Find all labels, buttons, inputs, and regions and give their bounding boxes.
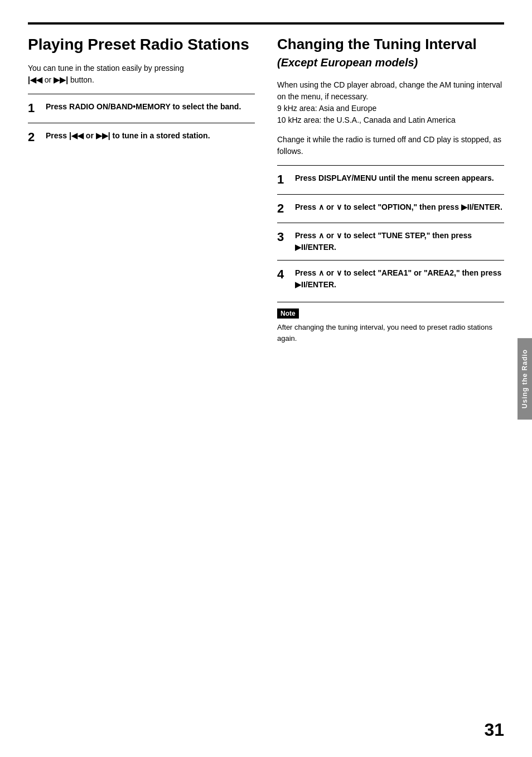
right-step-2-text: Press ∧ or ∨ to select "OPTION," then pr… xyxy=(295,201,502,216)
right-title-sub: (Except European models) xyxy=(277,56,418,69)
left-step-2-text: Press |◀◀ or ▶▶| to tune in a stored sta… xyxy=(46,130,210,144)
right-step-1-number: 1 xyxy=(277,172,288,187)
left-section-title: Playing Preset Radio Stations xyxy=(28,36,255,54)
note-text: After changing the tuning interval, you … xyxy=(277,322,504,344)
side-tab: Using the Radio xyxy=(518,337,532,419)
right-step-3-text: Press ∧ or ∨ to select "TUNE STEP," then… xyxy=(295,230,504,253)
right-title-main: Changing the Tuning Interval xyxy=(277,36,477,52)
right-intro-text: When using the CD player abroad, change … xyxy=(277,79,504,126)
note-section: Note After changing the tuning interval,… xyxy=(277,302,504,344)
right-step-2: 2 Press ∧ or ∨ to select "OPTION," then … xyxy=(277,194,504,223)
page-container: Playing Preset Radio Stations You can tu… xyxy=(0,0,532,757)
right-step-1: 1 Press DISPLAY/MENU until the menu scre… xyxy=(277,165,504,194)
right-step-4: 4 Press ∧ or ∨ to select "AREA1" or "ARE… xyxy=(277,260,504,297)
side-tab-label: Using the Radio xyxy=(521,349,529,408)
left-step-2: 2 Press |◀◀ or ▶▶| to tune in a stored s… xyxy=(28,123,255,151)
right-step-3-number: 3 xyxy=(277,230,288,253)
page-number-container: 31 xyxy=(484,720,504,740)
left-step-2-number: 2 xyxy=(28,130,39,144)
left-step-1-text: Press RADIO ON/BAND•MEMORY to select the… xyxy=(46,101,241,115)
right-change-note: Change it while the radio is turned off … xyxy=(277,134,504,157)
right-column: Changing the Tuning Interval (Except Eur… xyxy=(277,25,504,344)
left-step-1: 1 Press RADIO ON/BAND•MEMORY to select t… xyxy=(28,94,255,122)
right-step-2-number: 2 xyxy=(277,201,288,216)
right-step-4-text: Press ∧ or ∨ to select "AREA1" or "AREA2… xyxy=(295,267,504,291)
page-number: 31 xyxy=(484,720,504,740)
left-intro-text: You can tune in the station easily by pr… xyxy=(28,62,255,86)
note-label: Note xyxy=(277,308,299,319)
right-step-4-number: 4 xyxy=(277,267,288,291)
left-column: Playing Preset Radio Stations You can tu… xyxy=(28,25,255,344)
content-columns: Playing Preset Radio Stations You can tu… xyxy=(28,25,504,344)
right-step-1-text: Press DISPLAY/MENU until the menu screen… xyxy=(295,172,494,187)
left-step-1-number: 1 xyxy=(28,101,39,115)
right-section-title: Changing the Tuning Interval (Except Eur… xyxy=(277,36,504,70)
right-step-3: 3 Press ∧ or ∨ to select "TUNE STEP," th… xyxy=(277,223,504,260)
